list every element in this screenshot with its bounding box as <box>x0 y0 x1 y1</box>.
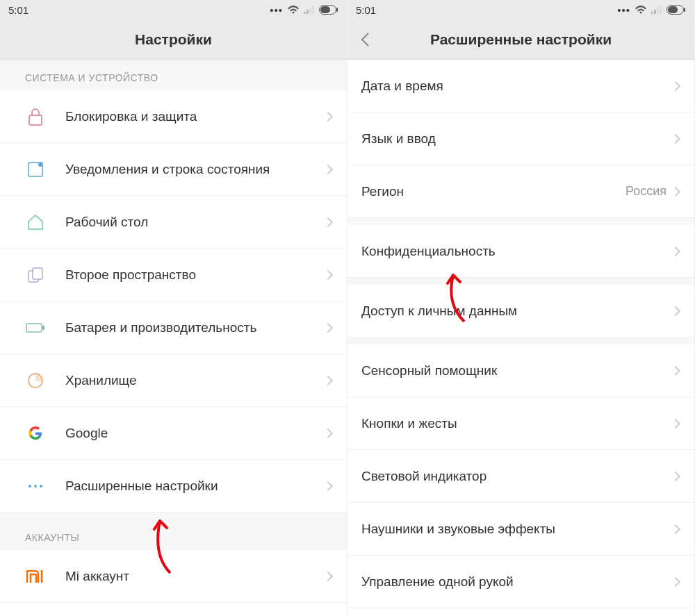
svg-point-15 <box>28 485 31 488</box>
chevron-right-icon <box>323 481 333 490</box>
chevron-right-icon <box>671 524 680 533</box>
settings-screen: 5:01 ••• Настройки СИСТЕМА И УСТРОЙСТВО … <box>0 0 348 616</box>
item-region[interactable]: Регион Россия <box>348 165 694 218</box>
item-label: Хранилище <box>65 372 325 390</box>
item-label: Язык и ввод <box>361 130 672 148</box>
home-icon <box>25 212 46 233</box>
item-label: Кнопки и жесты <box>361 415 672 433</box>
item-label: Регион <box>361 183 626 201</box>
header: Настройки <box>0 19 347 60</box>
battery-icon <box>667 5 686 15</box>
item-buttons-gestures[interactable]: Кнопки и жесты <box>348 397 694 450</box>
item-lock-protection[interactable]: Блокировка и защита <box>0 90 347 143</box>
section-gap <box>348 218 694 225</box>
status-bar: 5:01 ••• <box>0 0 347 19</box>
item-advanced-settings[interactable]: Расширенные настройки <box>0 460 347 513</box>
chevron-right-icon <box>323 217 333 226</box>
item-headphones-audio[interactable]: Наушники и звуковые эффекты <box>348 503 694 556</box>
svg-rect-0 <box>304 12 306 14</box>
item-sensor-assistant[interactable]: Сенсорный помощник <box>348 344 694 397</box>
item-battery[interactable]: Батарея и производительность <box>0 301 347 354</box>
chevron-right-icon <box>671 365 680 375</box>
item-google[interactable]: Google <box>0 407 347 460</box>
chevron-right-icon <box>323 322 333 332</box>
item-label: Наушники и звуковые эффекты <box>361 520 672 538</box>
item-label: Второе пространство <box>65 266 325 284</box>
item-home-screen[interactable]: Рабочий стол <box>0 196 347 249</box>
section-gap <box>0 513 347 524</box>
item-label: Конфиденциальность <box>361 242 672 260</box>
chevron-right-icon <box>323 164 333 174</box>
svg-rect-12 <box>26 324 42 332</box>
chevron-right-icon <box>323 375 333 385</box>
section-gap <box>348 278 694 285</box>
item-label: Дата и время <box>361 77 672 95</box>
item-label: Управление одной рукой <box>361 573 672 591</box>
chevron-right-icon <box>671 418 680 428</box>
item-label: Mi аккаунт <box>65 567 325 585</box>
svg-point-17 <box>40 485 42 488</box>
storage-icon <box>25 370 46 391</box>
section-header-system: СИСТЕМА И УСТРОЙСТВО <box>0 60 347 90</box>
svg-rect-7 <box>29 115 42 125</box>
chevron-right-icon <box>323 111 333 121</box>
item-language-input[interactable]: Язык и ввод <box>348 113 694 165</box>
svg-rect-11 <box>33 268 42 279</box>
chevron-right-icon <box>671 306 680 315</box>
menu-dots-icon: ••• <box>617 4 630 16</box>
status-bar: 5:01 ••• <box>348 0 694 19</box>
advanced-settings-screen: 5:01 ••• Расширенные настройки Дата и вр… <box>348 0 695 616</box>
chevron-right-icon <box>671 576 680 586</box>
svg-rect-13 <box>42 326 44 330</box>
item-value: Россия <box>626 184 667 199</box>
chevron-right-icon <box>671 246 680 256</box>
copy-icon <box>25 265 46 285</box>
item-personal-data[interactable]: Доступ к личным данным <box>348 285 694 338</box>
status-icons: ••• <box>617 4 686 16</box>
item-label: Батарея и производительность <box>65 319 325 337</box>
more-icon <box>25 476 46 497</box>
svg-rect-21 <box>660 6 662 14</box>
svg-rect-1 <box>306 10 309 14</box>
item-label: Световой индикатор <box>361 467 672 485</box>
item-label: Блокировка и защита <box>65 108 325 126</box>
item-label: Доступ к личным данным <box>361 302 672 320</box>
svg-rect-6 <box>320 6 330 13</box>
header: Расширенные настройки <box>348 19 694 60</box>
status-icons: ••• <box>270 4 338 16</box>
chevron-right-icon <box>671 471 680 481</box>
item-privacy[interactable]: Конфиденциальность <box>348 225 694 278</box>
section-header-accounts: АККАУНТЫ <box>0 524 347 550</box>
svg-rect-23 <box>684 8 685 12</box>
svg-rect-18 <box>651 12 653 14</box>
status-time: 5:01 <box>8 4 28 16</box>
mi-icon <box>25 566 46 587</box>
google-icon <box>25 423 46 444</box>
item-storage[interactable]: Хранилище <box>0 354 347 407</box>
svg-rect-19 <box>654 10 656 14</box>
wifi-icon <box>287 5 300 15</box>
chevron-right-icon <box>671 81 680 90</box>
svg-point-16 <box>34 485 37 488</box>
section-gap <box>348 338 694 344</box>
svg-point-9 <box>38 163 42 167</box>
back-button[interactable] <box>360 32 370 47</box>
item-one-handed[interactable]: Управление одной рукой <box>348 556 694 608</box>
item-label: Сенсорный помощник <box>361 362 672 380</box>
chevron-right-icon <box>323 571 333 581</box>
status-time: 5:01 <box>356 4 376 16</box>
lock-icon <box>25 106 46 127</box>
page-title: Настройки <box>135 31 212 48</box>
chevron-right-icon <box>671 186 680 196</box>
item-notifications[interactable]: Уведомления и строка состояния <box>0 143 347 196</box>
svg-rect-20 <box>657 8 659 14</box>
item-mi-account[interactable]: Mi аккаунт <box>0 550 347 603</box>
chevron-right-icon <box>323 269 333 279</box>
item-date-time[interactable]: Дата и время <box>348 60 694 113</box>
item-second-space[interactable]: Второе пространство <box>0 249 347 301</box>
battery-perf-icon <box>25 317 46 338</box>
battery-icon <box>319 5 338 15</box>
notifications-icon <box>25 159 46 180</box>
item-led-indicator[interactable]: Световой индикатор <box>348 450 694 503</box>
item-label: Расширенные настройки <box>65 477 325 495</box>
